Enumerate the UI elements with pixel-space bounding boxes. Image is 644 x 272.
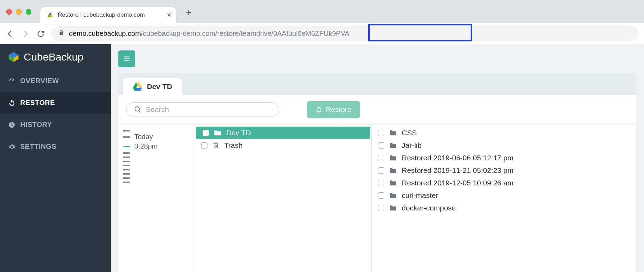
folder-icon — [389, 192, 397, 199]
main-content: Dev TD Restore Today 3:28pm — [111, 44, 644, 272]
folder-row[interactable]: Dev TD — [196, 127, 370, 139]
search-field[interactable] — [126, 102, 279, 117]
brand-label: CubeBackup — [24, 51, 84, 63]
close-tab-icon[interactable]: × — [167, 10, 171, 19]
menu-toggle-button[interactable] — [118, 50, 135, 67]
timeline-tick — [123, 177, 130, 179]
folder-icon — [389, 129, 397, 136]
browser-tab[interactable]: Restore | cubebackup-demo.com × — [40, 7, 176, 23]
history-icon — [8, 121, 15, 128]
tab-title: Restore | cubebackup-demo.com — [58, 11, 163, 18]
restore-icon — [8, 99, 15, 106]
folder-column-1: Dev TD Trash — [195, 125, 372, 272]
timeline-tick — [123, 130, 130, 131]
folder-row[interactable]: curl-master — [372, 189, 636, 202]
window-minimize-button[interactable] — [16, 9, 22, 15]
window-controls — [0, 9, 38, 23]
lock-icon — [58, 30, 64, 38]
restore-panel: Dev TD Restore Today 3:28pm — [118, 73, 636, 272]
sidebar: CubeBackup OVERVIEW RESTORE HISTORY SETT… — [0, 44, 111, 272]
checkbox[interactable] — [378, 155, 384, 161]
folder-row[interactable]: Restored 2019-12-05 10:09:26 am — [372, 177, 636, 189]
folder-label: Restored 2019-11-21 05:02:23 pm — [402, 166, 513, 175]
checkbox[interactable] — [378, 180, 384, 186]
folder-label: Restored 2019-06-06 05:12:17 pm — [402, 154, 513, 162]
folder-icon — [389, 142, 397, 149]
sidebar-item-label: HISTORY — [20, 121, 52, 129]
restore-icon — [315, 106, 322, 113]
back-button[interactable] — [6, 29, 15, 38]
folder-label: CSS — [402, 129, 417, 137]
folder-label: Restored 2019-12-05 10:09:26 am — [402, 179, 513, 187]
tab-label: Dev TD — [147, 82, 172, 91]
gear-icon — [8, 143, 15, 150]
new-tab-button[interactable]: + — [186, 7, 191, 23]
folder-row[interactable]: docker-compose — [372, 202, 636, 214]
timeline-tick — [123, 165, 130, 166]
timeline-day: Today — [134, 133, 153, 141]
folder-label: docker-compose — [402, 204, 456, 212]
url-text: demo.cubebackup.com/cubebackup-demo.com/… — [69, 30, 350, 38]
checkbox[interactable] — [378, 205, 384, 211]
folder-icon — [214, 129, 221, 136]
search-input[interactable] — [146, 105, 271, 114]
toolbar: Restore — [118, 95, 636, 124]
restore-button-label: Restore — [326, 105, 352, 114]
folder-row[interactable]: Restored 2019-06-06 05:12:17 pm — [372, 152, 636, 164]
folder-row[interactable]: CSS — [372, 127, 636, 139]
timeline-tick — [123, 152, 130, 154]
folder-row[interactable]: Jar-lib — [372, 139, 636, 152]
dashboard-icon — [8, 78, 15, 85]
folder-icon — [389, 167, 397, 174]
browser-columns: Today 3:28pm — [118, 124, 636, 272]
folder-label: Dev TD — [226, 129, 251, 137]
sidebar-item-overview[interactable]: OVERVIEW — [0, 70, 111, 92]
folder-label: Trash — [224, 141, 243, 150]
brand-logo-icon — [8, 51, 19, 63]
reload-button[interactable] — [36, 29, 45, 38]
checkbox[interactable] — [203, 130, 209, 136]
folder-label: Jar-lib — [402, 141, 422, 150]
tab-dev-td[interactable]: Dev TD — [123, 78, 182, 95]
address-bar[interactable]: demo.cubebackup.com/cubebackup-demo.com/… — [52, 26, 638, 41]
sidebar-item-restore[interactable]: RESTORE — [0, 92, 111, 114]
folder-column-2: CSS Jar-lib Restored 2019-06-06 05:12:17… — [372, 125, 636, 272]
timeline-tick — [123, 161, 130, 162]
checkbox[interactable] — [378, 142, 384, 149]
checkbox[interactable] — [378, 192, 384, 199]
folder-icon — [389, 179, 397, 186]
hamburger-icon — [123, 55, 131, 63]
search-icon — [134, 106, 142, 113]
panel-tabs: Dev TD — [118, 73, 636, 95]
timeline-tick — [123, 182, 130, 183]
checkbox[interactable] — [378, 167, 384, 174]
trash-icon — [212, 142, 219, 149]
folder-row[interactable]: Restored 2019-11-21 05:02:23 pm — [372, 164, 636, 177]
timeline-tick — [123, 173, 130, 175]
sidebar-item-label: OVERVIEW — [20, 77, 59, 85]
window-close-button[interactable] — [6, 9, 12, 15]
brand: CubeBackup — [0, 44, 111, 70]
timeline-tick — [123, 169, 130, 170]
folder-icon — [389, 205, 397, 211]
restore-button[interactable]: Restore — [307, 101, 360, 118]
sidebar-item-settings[interactable]: SETTINGS — [0, 136, 111, 158]
timeline-tick-current[interactable] — [123, 146, 130, 147]
sidebar-item-history[interactable]: HISTORY — [0, 114, 111, 136]
checkbox[interactable] — [378, 130, 384, 136]
svg-marker-1 — [49, 12, 52, 15]
url-highlight-annotation — [368, 24, 472, 41]
tab-favicon — [47, 11, 54, 18]
folder-row[interactable]: Trash — [195, 139, 371, 152]
drive-icon — [133, 82, 142, 91]
timeline-tick — [123, 157, 130, 158]
window-maximize-button[interactable] — [26, 9, 31, 15]
sidebar-item-label: SETTINGS — [20, 143, 56, 151]
checkbox[interactable] — [201, 142, 207, 149]
sidebar-item-label: RESTORE — [20, 99, 55, 107]
forward-button[interactable] — [21, 29, 30, 38]
browser-toolbar: demo.cubebackup.com/cubebackup-demo.com/… — [0, 23, 644, 44]
timeline-tick — [123, 136, 130, 138]
timeline-column: Today 3:28pm — [118, 125, 195, 272]
timeline-time: 3:28pm — [134, 142, 158, 150]
